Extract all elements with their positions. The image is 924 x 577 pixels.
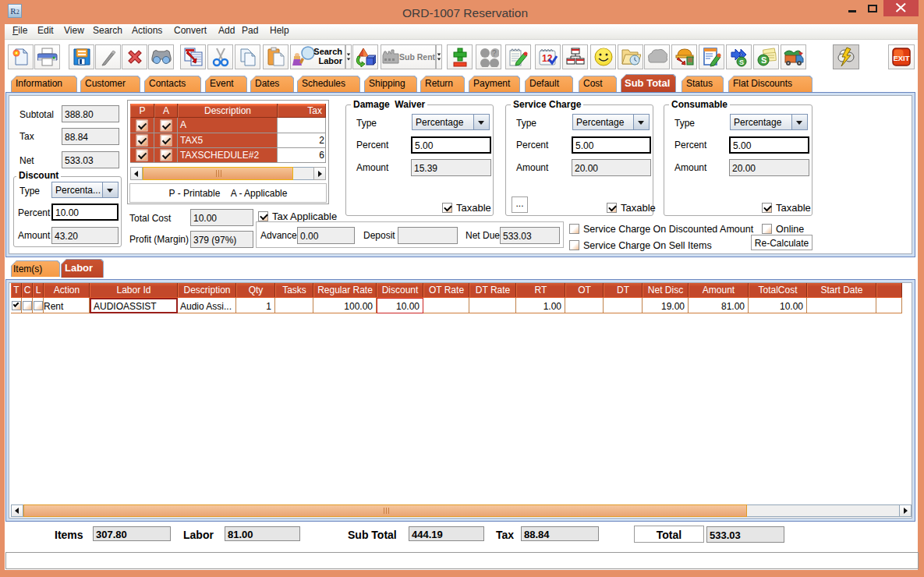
svg-text:S: S <box>739 58 744 66</box>
svg-text:Search: Search <box>313 47 342 56</box>
svg-text:S: S <box>761 55 766 65</box>
svg-text:?: ? <box>492 49 497 58</box>
svg-text:Labor: Labor <box>318 56 342 65</box>
svg-text:EXIT: EXIT <box>893 54 909 62</box>
svg-text:Sub Rent: Sub Rent <box>399 52 435 62</box>
